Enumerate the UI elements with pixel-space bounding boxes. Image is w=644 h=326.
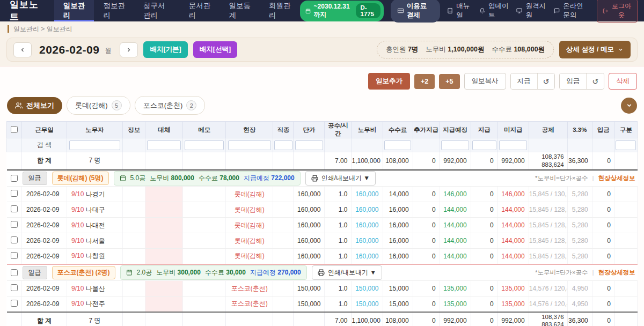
search-jobtype-input[interactable]: [274, 140, 292, 150]
deposit-button[interactable]: 입금: [560, 73, 586, 89]
cell-tax: 4,950: [567, 297, 592, 312]
filter-site1-chip[interactable]: 롯데(김해) 5: [67, 96, 130, 115]
batch-select-button[interactable]: 배치[선택]: [193, 41, 237, 58]
update-link[interactable]: 업데이트: [479, 2, 510, 20]
cell-type: [614, 297, 637, 312]
search-filter-row: 검 색: [7, 138, 638, 152]
cell-jobtype: [273, 218, 294, 233]
tab-info-management[interactable]: 정보관리: [94, 0, 134, 21]
deposit-undo-button[interactable]: ↺: [586, 73, 604, 89]
cell-paid: 0: [471, 249, 497, 264]
row-checkbox[interactable]: [11, 284, 18, 291]
payment-button[interactable]: 이용료결제: [391, 0, 441, 23]
site1-count-badge: 5: [112, 100, 122, 110]
cell-workday: 2026-02-09: [22, 249, 67, 264]
cell-worker[interactable]: 9/10 나대전: [67, 218, 123, 233]
pay-undo-button[interactable]: ↺: [537, 73, 555, 89]
delete-button[interactable]: 삭제: [609, 73, 637, 90]
logout-button[interactable]: 로그아웃: [597, 0, 638, 23]
cell-jobtype: [273, 297, 294, 312]
report-table: 근무일 노무자 정보 대체 메모 현장 직종 단가 공수/시간 노무비 수수료 …: [6, 121, 638, 326]
cell-workday: 2026-02-09: [22, 187, 67, 202]
search-substitute-input[interactable]: [147, 140, 181, 150]
cell-price: 160,000: [294, 202, 325, 218]
cell-worker[interactable]: 9/10 나울산: [67, 281, 123, 297]
collapse-panel-button[interactable]: [621, 98, 637, 114]
group-summary-pill: 5.0공 노무비 800,000 수수료 78,000 지급예정 722,000: [114, 171, 301, 186]
tab-member-management[interactable]: 회원관리: [260, 0, 300, 21]
filter-site2-chip[interactable]: 포스코(춘천) 2: [135, 96, 206, 115]
add-two-button[interactable]: +2: [414, 74, 435, 89]
filter-all-chip[interactable]: 전체보기: [7, 97, 62, 114]
cell-worker[interactable]: 9/10 나창원: [67, 249, 123, 264]
cell-price: 160,000: [294, 187, 325, 202]
cell-tax: 5,280: [567, 233, 592, 249]
cell-gongsu: 1.0: [325, 218, 352, 233]
cell-workday: 2026-02-09: [22, 233, 67, 249]
online-inquiry-link[interactable]: 온라인문의: [554, 2, 590, 20]
search-paid-input[interactable]: [472, 140, 496, 150]
total-deposit: 0: [592, 152, 614, 170]
total-tax: 36,300: [567, 312, 592, 326]
col-memo: 메모: [183, 122, 226, 138]
group-select-checkbox[interactable]: [11, 269, 18, 276]
detail-settings-button[interactable]: 상세 설정 / 메모: [559, 41, 631, 58]
row-checkbox[interactable]: [11, 252, 18, 259]
manual-link[interactable]: 매뉴얼: [447, 2, 472, 20]
cell-unpaid: 144,000: [497, 202, 529, 218]
copy-report-button[interactable]: 일보복사: [464, 73, 506, 90]
cell-price: 150,000: [294, 281, 325, 297]
search-worker-input[interactable]: [69, 140, 120, 150]
print-export-button[interactable]: 인쇄/내보내기 ▼: [305, 171, 376, 186]
row-checkbox[interactable]: [11, 221, 18, 228]
search-planned-input[interactable]: [441, 140, 469, 150]
pay-type-button[interactable]: 일급: [23, 172, 47, 185]
row-checkbox[interactable]: [11, 190, 18, 197]
cell-worker[interactable]: 9/10 나서울: [67, 233, 123, 249]
group-gongsu: 5.0공: [130, 174, 146, 183]
pay-button[interactable]: 지급: [511, 73, 537, 89]
cell-unpaid: 146,000: [497, 187, 529, 202]
cell-worker[interactable]: 9/10 나대구: [67, 202, 123, 218]
search-type-input[interactable]: [616, 140, 636, 150]
tab-document-management[interactable]: 문서관리: [180, 0, 220, 21]
remote-support-link[interactable]: 원격지원: [516, 2, 547, 20]
cell-worker[interactable]: 9/10 나경기: [67, 187, 123, 202]
cell-tax: 5,280: [567, 218, 592, 233]
worker-rate: 9/10: [71, 221, 84, 229]
select-all-checkbox[interactable]: [11, 126, 18, 133]
batch-basic-button[interactable]: 배치[기본]: [143, 41, 187, 58]
chat-icon: [554, 7, 560, 14]
row-checkbox[interactable]: [11, 236, 18, 243]
day-summary-pill: 총인원 7명 노무비 1,100,000원 수수료 108,000원: [377, 41, 554, 58]
tab-report-statistics[interactable]: 일보통계: [219, 0, 260, 21]
tab-invoice-management[interactable]: 청구서관리: [134, 0, 180, 21]
site-detail-link[interactable]: 현장상세정보: [598, 269, 635, 277]
site-detail-link[interactable]: 현장상세정보: [598, 174, 635, 182]
prev-day-button[interactable]: [13, 42, 32, 57]
group-select-checkbox[interactable]: [11, 175, 18, 182]
search-site-input[interactable]: [228, 140, 271, 150]
cell-fee: 14,000: [383, 187, 413, 202]
cell-planned: 144,000: [440, 218, 471, 233]
main-content: 일보추가 +2 +5 일보복사 지급 ↺ 입금 ↺ 삭제 전체보기 롯데(김해)…: [0, 66, 644, 326]
print-export-button[interactable]: 인쇄/내보내기 ▼: [312, 265, 383, 280]
add-five-button[interactable]: +5: [439, 74, 459, 89]
pay-button-group: 지급 ↺: [510, 73, 555, 90]
next-day-button[interactable]: [120, 42, 138, 57]
cell-price: 160,000: [294, 218, 325, 233]
search-fee-input[interactable]: [384, 140, 412, 150]
cell-gongsu: 1.0: [325, 297, 352, 312]
search-price-input[interactable]: [295, 140, 323, 150]
row-checkbox[interactable]: [11, 205, 18, 212]
tab-daily-report[interactable]: 일보관리: [54, 0, 94, 21]
row-checkbox[interactable]: [11, 300, 18, 307]
group-planned: 지급예정 270,000: [250, 268, 301, 277]
cell-memo: [183, 187, 226, 202]
add-report-button[interactable]: 일보추가: [368, 73, 410, 90]
search-unpaid-input[interactable]: [499, 140, 527, 150]
pay-type-button[interactable]: 일급: [23, 266, 47, 279]
search-memo-input[interactable]: [185, 140, 224, 150]
cell-tax: 5,280: [567, 202, 592, 218]
cell-worker[interactable]: 9/10 나전주: [67, 297, 123, 312]
